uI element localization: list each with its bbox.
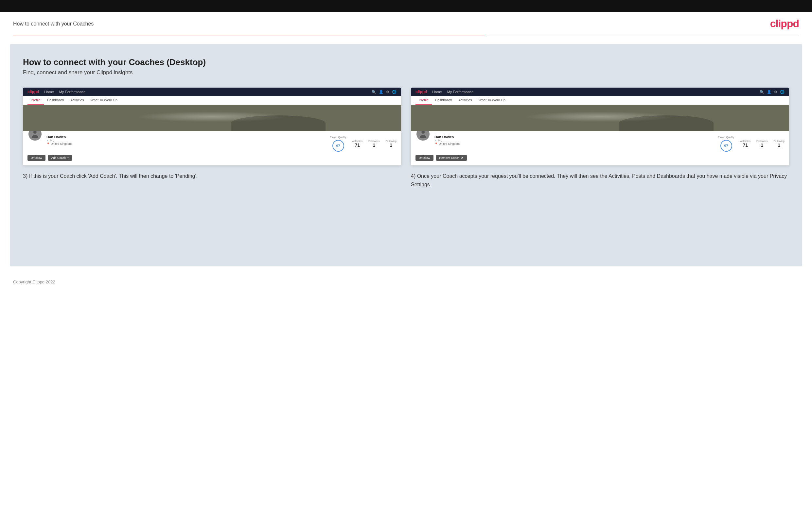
tab-whattoworkon-right[interactable]: What To Work On <box>475 96 509 105</box>
verified-icon-left: ✓ <box>46 139 49 142</box>
main-content: How to connect with your Coaches (Deskto… <box>10 44 802 267</box>
user-name-left: Dan Davies <box>46 135 326 139</box>
unfollow-button-right[interactable]: Unfollow <box>415 155 434 161</box>
screenshot-right-col: clippd Home My Performance 🔍 👤 ⚙ 🌐 Profi… <box>411 88 789 188</box>
user-role-right: ✓ Pro <box>435 139 714 142</box>
stats-row-right: Player Quality 97 Activities 71 Follower… <box>718 136 784 152</box>
quality-label-left: Player Quality <box>330 136 347 138</box>
tab-activities-right[interactable]: Activities <box>455 96 475 105</box>
mock-nav-right-left: 🔍 👤 ⚙ 🌐 <box>372 90 397 94</box>
user-role-left: ✓ Pro <box>46 139 326 142</box>
mock-nav-perf-right: My Performance <box>447 90 474 94</box>
mock-nav-right: clippd Home My Performance 🔍 👤 ⚙ 🌐 <box>411 88 789 96</box>
mock-profile-row-right: Dan Davies ✓ Pro 📍 United Kingdom <box>415 134 784 152</box>
following-stat-left: Following 1 <box>386 139 397 148</box>
verified-icon-right: ✓ <box>435 139 437 142</box>
caption-right: 4) Once your Coach accepts your request … <box>411 172 789 188</box>
mock-banner-right <box>411 105 789 131</box>
tab-profile-right[interactable]: Profile <box>415 96 432 105</box>
mock-nav-home-right: Home <box>432 90 442 94</box>
globe-icon-left: 🌐 <box>392 90 397 94</box>
caption-left: 3) If this is your Coach click 'Add Coac… <box>23 172 401 180</box>
tab-whattoworkon-left[interactable]: What To Work On <box>87 96 121 105</box>
header-divider <box>13 36 799 36</box>
plus-icon: + <box>67 156 69 160</box>
search-icon-right: 🔍 <box>760 90 764 94</box>
golf-bg-left <box>23 105 401 131</box>
mock-profile-right: Dan Davies ✓ Pro 📍 United Kingdom <box>411 131 789 165</box>
user-location-right: 📍 United Kingdom <box>435 142 714 146</box>
mock-banner-left <box>23 105 401 131</box>
settings-icon-left: ⚙ <box>386 90 389 94</box>
buttons-row-left: Unfollow Add Coach + <box>28 155 397 161</box>
stats-row-left: Player Quality 97 Activities 71 Follower… <box>330 136 397 152</box>
location-icon-left: 📍 <box>46 143 50 146</box>
user-location-left: 📍 United Kingdom <box>46 142 326 146</box>
user-name-right: Dan Davies <box>435 135 714 139</box>
mock-nav-perf-left: My Performance <box>59 90 86 94</box>
mock-profile-left: Dan Davies ✓ Pro 📍 United Kingdom <box>23 131 401 165</box>
top-bar <box>0 0 812 12</box>
clippd-logo: clippd <box>770 18 799 30</box>
user-info-right: Dan Davies ✓ Pro 📍 United Kingdom <box>435 134 714 146</box>
quality-wrap-left: Player Quality 97 <box>330 136 347 152</box>
unfollow-button-left[interactable]: Unfollow <box>28 155 46 161</box>
close-icon: ✕ <box>461 156 464 160</box>
copyright-text: Copyright Clippd 2022 <box>13 280 55 284</box>
main-subheading: Find, connect and share your Clippd insi… <box>23 69 789 76</box>
buttons-row-right: Unfollow Remove Coach ✕ <box>415 155 784 161</box>
page-title: How to connect with your Coaches <box>13 21 94 27</box>
mock-profile-row-left: Dan Davies ✓ Pro 📍 United Kingdom <box>28 134 397 152</box>
mock-logo-left: clippd <box>28 90 39 94</box>
mock-nav-left: clippd Home My Performance 🔍 👤 ⚙ 🌐 <box>23 88 401 96</box>
tab-profile-left[interactable]: Profile <box>28 96 44 105</box>
quality-circle-left: 97 <box>333 140 344 152</box>
tab-dashboard-right[interactable]: Dashboard <box>432 96 455 105</box>
following-stat-right: Following 1 <box>773 139 784 148</box>
globe-icon-right: 🌐 <box>780 90 784 94</box>
add-coach-button[interactable]: Add Coach + <box>48 155 72 161</box>
user-icon-left: 👤 <box>379 90 384 94</box>
location-icon-right: 📍 <box>435 143 438 146</box>
mock-tabs-right: Profile Dashboard Activities What To Wor… <box>411 96 789 105</box>
tab-dashboard-left[interactable]: Dashboard <box>44 96 67 105</box>
footer: Copyright Clippd 2022 <box>0 274 812 290</box>
tab-activities-left[interactable]: Activities <box>67 96 87 105</box>
mock-nav-icons-right: 🔍 👤 ⚙ 🌐 <box>760 90 784 94</box>
screenshots-row: clippd Home My Performance 🔍 👤 ⚙ 🌐 Profi… <box>23 88 789 188</box>
screenshot-left: clippd Home My Performance 🔍 👤 ⚙ 🌐 Profi… <box>23 88 401 165</box>
quality-circle-right: 97 <box>720 140 732 152</box>
user-icon-right: 👤 <box>767 90 771 94</box>
search-icon-left: 🔍 <box>372 90 376 94</box>
mock-logo-right: clippd <box>415 90 427 94</box>
golf-bg-right <box>411 105 789 131</box>
followers-stat-left: Followers 1 <box>368 139 379 148</box>
screenshot-right: clippd Home My Performance 🔍 👤 ⚙ 🌐 Profi… <box>411 88 789 165</box>
header: How to connect with your Coaches clippd <box>0 12 812 36</box>
followers-stat-right: Followers 1 <box>756 139 767 148</box>
screenshot-left-col: clippd Home My Performance 🔍 👤 ⚙ 🌐 Profi… <box>23 88 401 180</box>
quality-wrap-right: Player Quality 97 <box>718 136 734 152</box>
activities-stat-left: Activities 71 <box>352 139 362 148</box>
activities-stat-right: Activities 71 <box>740 139 751 148</box>
mock-tabs-left: Profile Dashboard Activities What To Wor… <box>23 96 401 105</box>
remove-coach-button[interactable]: Remove Coach ✕ <box>436 155 467 161</box>
main-heading: How to connect with your Coaches (Deskto… <box>23 57 789 67</box>
user-info-left: Dan Davies ✓ Pro 📍 United Kingdom <box>46 134 326 146</box>
mock-nav-home-left: Home <box>44 90 54 94</box>
quality-label-right: Player Quality <box>718 136 734 138</box>
settings-icon-right: ⚙ <box>774 90 777 94</box>
